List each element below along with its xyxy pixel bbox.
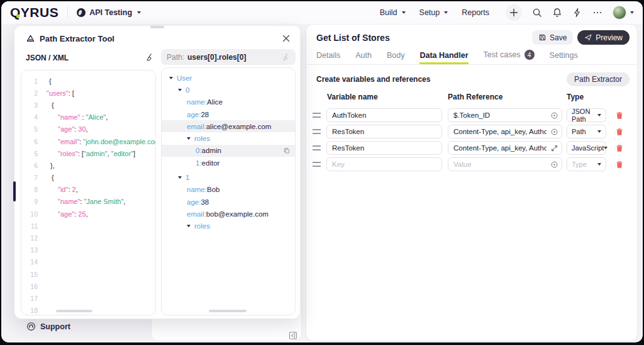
tree-node[interactable]: 1:editor <box>162 157 295 169</box>
tree-expand-caret-icon[interactable] <box>187 137 191 140</box>
type-select[interactable]: JavaScript <box>567 141 606 155</box>
type-select[interactable]: JSON Path <box>567 108 606 122</box>
nav-reports[interactable]: Reports <box>462 8 489 17</box>
type-select[interactable]: Path <box>567 125 606 139</box>
nav-build[interactable]: Build <box>380 8 406 17</box>
copy-icon[interactable] <box>283 147 291 154</box>
path-reference-input[interactable] <box>448 141 562 155</box>
variable-name-input[interactable] <box>326 141 442 155</box>
path-extractor-button[interactable]: Path Extractor <box>567 72 630 86</box>
col-type: Type <box>567 93 584 101</box>
delete-row-icon[interactable] <box>615 111 624 120</box>
tree-node[interactable]: age: 38 <box>162 196 295 208</box>
variable-name-input[interactable] <box>326 157 442 171</box>
user-menu[interactable] <box>613 6 634 20</box>
app-switcher-label: API Testing <box>89 8 132 17</box>
target-picker-icon[interactable] <box>550 111 558 120</box>
code-line: 1{ <box>21 75 155 87</box>
tree-expand-caret-icon[interactable] <box>169 77 173 79</box>
editor-label: JSON / XML <box>26 54 69 62</box>
tree-node-label: roles <box>194 135 210 142</box>
line-number: 9 <box>21 198 38 205</box>
close-icon[interactable] <box>281 33 291 43</box>
lightning-icon[interactable] <box>572 8 582 18</box>
tree-node[interactable]: age: 28 <box>162 108 295 120</box>
editor-horizontal-scrollbar[interactable] <box>56 310 92 312</box>
qyrus-logo[interactable]: QYRUS <box>10 5 58 20</box>
delete-row-icon[interactable] <box>615 160 624 169</box>
tab-auth[interactable]: Auth <box>355 51 372 64</box>
target-picker-icon[interactable] <box>550 161 558 169</box>
variable-name-input[interactable] <box>326 125 442 139</box>
expand-icon[interactable] <box>550 144 558 152</box>
tab-test-cases[interactable]: Test cases4 <box>484 50 535 64</box>
drag-handle-icon[interactable] <box>313 162 321 167</box>
tree-expand-caret-icon[interactable] <box>187 225 191 227</box>
tree-node[interactable]: roles <box>162 132 295 144</box>
page-title: Get List of Stores <box>316 33 390 43</box>
path-reference-input[interactable] <box>448 125 562 139</box>
code-line: 16 <box>21 280 155 292</box>
tree-node[interactable]: name: Bob <box>162 184 295 196</box>
code-text: { <box>38 77 52 85</box>
code-text: { <box>38 174 54 181</box>
clear-editor-broom-icon[interactable] <box>145 53 154 62</box>
save-button[interactable]: Save <box>532 30 573 45</box>
tree-node[interactable]: User <box>162 72 295 84</box>
tree-node[interactable]: 0 <box>162 84 295 96</box>
line-number: 11 <box>21 222 38 230</box>
tree-node[interactable]: roles <box>162 220 295 232</box>
delete-row-icon[interactable] <box>615 127 624 137</box>
search-icon[interactable] <box>532 8 542 18</box>
path-reference-input[interactable] <box>448 108 562 122</box>
tab-data-handler[interactable]: Data Handler <box>419 51 468 64</box>
support-link[interactable]: Support <box>26 322 70 331</box>
tree-node-key: age: <box>187 198 201 206</box>
drag-handle-icon[interactable] <box>313 113 321 118</box>
notifications-bell-icon[interactable] <box>552 8 562 18</box>
tree-horizontal-scrollbar[interactable] <box>209 310 247 312</box>
tree-node[interactable]: name: Alice <box>162 96 295 108</box>
tree-expand-caret-icon[interactable] <box>178 176 182 179</box>
json-editor[interactable]: 1{2"users": [3{4"name" : "Alice",5"age":… <box>21 70 156 315</box>
line-number: 16 <box>21 283 38 290</box>
variables-table-body: JSON PathPathJavaScriptType <box>306 106 637 173</box>
code-token: "email" <box>58 138 79 145</box>
tab-details[interactable]: Details <box>316 51 340 64</box>
topbar-icons <box>506 4 634 21</box>
tree-expand-caret-icon[interactable] <box>178 89 182 91</box>
tab-settings[interactable]: Settings <box>550 51 578 64</box>
more-options-icon[interactable] <box>592 8 602 18</box>
collapse-panel-icon[interactable] <box>288 331 298 341</box>
code-token: "Alice" <box>86 113 106 121</box>
preview-button[interactable]: Preview <box>577 30 630 45</box>
panel-drag-handle[interactable] <box>150 26 164 28</box>
nav-setup[interactable]: Setup <box>419 8 448 17</box>
variable-name-input[interactable] <box>326 108 442 122</box>
chevron-down-icon <box>137 11 141 14</box>
tree-node[interactable]: email: alice@example.com <box>162 120 295 132</box>
code-token: 25 <box>78 210 86 218</box>
delete-row-icon[interactable] <box>615 144 624 153</box>
tree-node[interactable]: 0:admin <box>162 145 295 157</box>
drag-handle-icon[interactable] <box>313 129 321 134</box>
path-field[interactable]: Path: users[0].roles[0] <box>161 49 296 65</box>
code-token: ] <box>133 150 135 157</box>
clear-path-broom-icon[interactable] <box>282 53 290 61</box>
line-number: 15 <box>21 271 38 278</box>
path-reference-input[interactable] <box>448 157 562 171</box>
add-button[interactable] <box>506 4 522 21</box>
drag-handle-icon[interactable] <box>313 145 321 150</box>
code-text: }, <box>38 162 55 169</box>
tree-node[interactable]: email: bob@example.com <box>162 208 295 220</box>
app-switcher[interactable]: API Testing <box>77 8 141 17</box>
vertical-scrollbar-thumb[interactable] <box>13 181 16 201</box>
tab-body[interactable]: Body <box>387 51 405 64</box>
tree-node[interactable]: 1 <box>162 171 295 183</box>
target-picker-icon[interactable] <box>550 128 558 136</box>
section-title: Create variables and references <box>316 75 430 84</box>
variable-row: JSON Path <box>306 108 637 124</box>
col-path-reference: Path Reference <box>448 93 502 101</box>
code-token: , <box>106 113 108 121</box>
type-select[interactable]: Type <box>567 157 606 171</box>
